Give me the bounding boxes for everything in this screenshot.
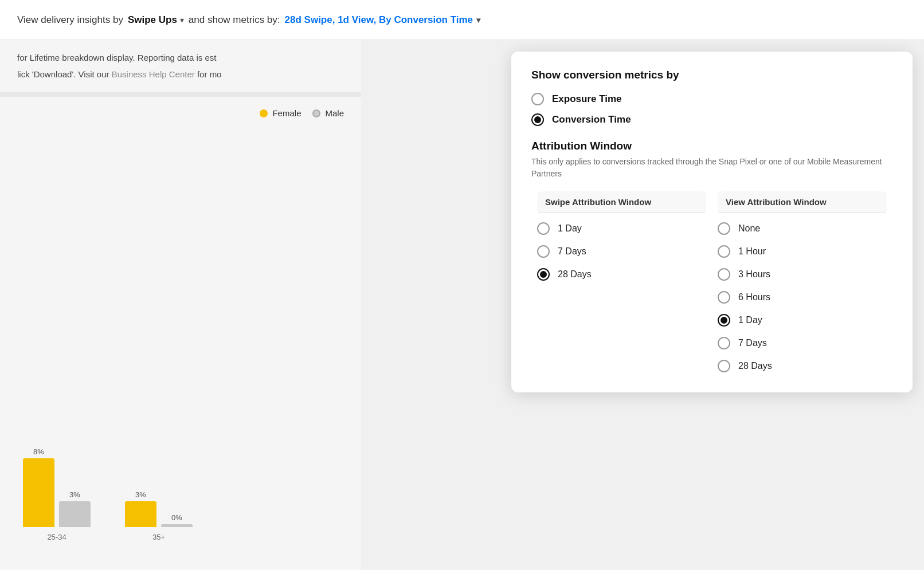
view-header: View Attribution Window xyxy=(718,191,887,213)
bar-male-35plus-wrap: 0% xyxy=(161,513,193,527)
view-1day-radio[interactable] xyxy=(718,314,730,327)
info-text-area: for Lifetime breakdown display. Reportin… xyxy=(0,40,361,92)
info-line2-suffix: for mo xyxy=(197,69,222,79)
metric-label: Swipe Ups xyxy=(128,14,177,26)
swipe-28days-option[interactable]: 28 Days xyxy=(537,268,706,281)
bar-group-25-34: 8% 3% 25-34 xyxy=(23,447,91,541)
conversion-time-label: Conversion Time xyxy=(552,114,631,125)
metric-chevron-icon: ▾ xyxy=(180,15,184,25)
bar-male-25-34 xyxy=(59,501,91,527)
female-dot-icon xyxy=(260,109,268,117)
view-28days-radio[interactable] xyxy=(718,360,730,372)
male-label: Male xyxy=(325,108,344,118)
conversion-time-radio[interactable] xyxy=(531,113,544,126)
view-7days-label: 7 Days xyxy=(738,338,767,348)
metrics-by-chevron-icon: ▾ xyxy=(476,15,480,25)
view-7days-radio[interactable] xyxy=(718,337,730,349)
exposure-time-option[interactable]: Exposure Time xyxy=(531,93,892,105)
info-line2-wrap: lick 'Download'. Visit our Business Help… xyxy=(17,68,344,81)
swipe-28days-radio-inner xyxy=(540,271,547,278)
female-pct-25-34: 8% xyxy=(33,447,44,456)
view-6hours-label: 6 Hours xyxy=(738,292,770,302)
view-options: None 1 Hour 3 Hours 6 Hours xyxy=(718,222,887,372)
group-label-35plus: 35+ xyxy=(152,533,165,541)
view-none-option[interactable]: None xyxy=(718,222,887,235)
bar-group-35plus: 3% 0% 35+ xyxy=(125,490,193,541)
legend-male: Male xyxy=(312,108,344,118)
group-label-25-34: 25-34 xyxy=(47,533,66,541)
view-none-radio[interactable] xyxy=(718,222,730,235)
bar-female-25-34 xyxy=(23,458,54,527)
conversion-time-option[interactable]: Conversion Time xyxy=(531,113,892,126)
female-label: Female xyxy=(272,108,301,118)
swipe-7days-radio[interactable] xyxy=(537,245,550,258)
topbar-prefix: View delivery insights by xyxy=(17,14,123,26)
view-1day-label: 1 Day xyxy=(738,315,762,325)
bar-chart: 8% 3% 25-34 3% 0% xyxy=(0,398,361,570)
bar-female-35plus xyxy=(125,501,156,527)
female-pct-35plus: 3% xyxy=(135,490,146,499)
exposure-time-label: Exposure Time xyxy=(552,93,622,105)
exposure-time-radio[interactable] xyxy=(531,93,544,105)
bar-male-35plus xyxy=(161,524,193,527)
conversion-metrics-panel: Show conversion metrics by Exposure Time… xyxy=(511,52,913,392)
view-6hours-radio[interactable] xyxy=(718,291,730,304)
bar-female-35plus-wrap: 3% xyxy=(125,490,156,527)
swipe-1day-label: 1 Day xyxy=(558,223,582,234)
info-line2-prefix: lick 'Download'. Visit our xyxy=(17,69,109,79)
top-bar: View delivery insights by Swipe Ups ▾ an… xyxy=(0,0,924,40)
bar-pair-35plus: 3% 0% xyxy=(125,490,193,527)
topbar-middle: and show metrics by: xyxy=(189,14,280,26)
business-help-link[interactable]: Business Help Center xyxy=(112,69,195,79)
swipe-28days-radio[interactable] xyxy=(537,268,550,281)
attribution-grid: Swipe Attribution Window 1 Day 7 Days 28… xyxy=(531,191,892,372)
view-col: View Attribution Window None 1 Hour 3 Ho… xyxy=(712,191,892,372)
view-1hour-option[interactable]: 1 Hour xyxy=(718,245,887,258)
attribution-title: Attribution Window xyxy=(531,140,892,152)
metrics-by-label: 28d Swipe, 1d View, By Conversion Time xyxy=(285,14,473,26)
view-1day-option[interactable]: 1 Day xyxy=(718,314,887,327)
panel-title: Show conversion metrics by xyxy=(531,69,892,81)
bar-pair-25-34: 8% 3% xyxy=(23,447,91,527)
bar-female-25-34-wrap: 8% xyxy=(23,447,54,527)
chart-legend: Female Male xyxy=(0,97,361,124)
view-28days-option[interactable]: 28 Days xyxy=(718,360,887,372)
view-3hours-label: 3 Hours xyxy=(738,269,770,280)
bar-male-25-34-wrap: 3% xyxy=(59,490,91,527)
swipe-1day-option[interactable]: 1 Day xyxy=(537,222,706,235)
background-content: for Lifetime breakdown display. Reportin… xyxy=(0,40,361,570)
view-7days-option[interactable]: 7 Days xyxy=(718,337,887,349)
conversion-metric-options: Exposure Time Conversion Time xyxy=(531,93,892,126)
male-dot-icon xyxy=(312,109,320,117)
swipe-1day-radio[interactable] xyxy=(537,222,550,235)
swipe-header: Swipe Attribution Window xyxy=(537,191,706,213)
view-1hour-radio[interactable] xyxy=(718,245,730,258)
swipe-28days-label: 28 Days xyxy=(558,269,592,280)
view-1day-radio-inner xyxy=(721,317,727,324)
conversion-time-radio-inner xyxy=(534,116,541,123)
swipe-col: Swipe Attribution Window 1 Day 7 Days 28… xyxy=(531,191,712,372)
info-line1: for Lifetime breakdown display. Reportin… xyxy=(17,52,344,65)
view-1hour-label: 1 Hour xyxy=(738,246,766,257)
metrics-by-dropdown[interactable]: 28d Swipe, 1d View, By Conversion Time ▾ xyxy=(285,14,480,26)
legend-female: Female xyxy=(260,108,301,118)
view-3hours-radio[interactable] xyxy=(718,268,730,281)
swipe-7days-option[interactable]: 7 Days xyxy=(537,245,706,258)
view-6hours-option[interactable]: 6 Hours xyxy=(718,291,887,304)
attribution-desc: This only applies to conversions tracked… xyxy=(531,156,892,180)
divider xyxy=(0,92,361,97)
male-pct-35plus: 0% xyxy=(171,513,182,522)
view-3hours-option[interactable]: 3 Hours xyxy=(718,268,887,281)
view-none-label: None xyxy=(738,223,760,234)
swipe-options: 1 Day 7 Days 28 Days xyxy=(537,222,706,281)
swipe-7days-label: 7 Days xyxy=(558,246,586,257)
metric-dropdown[interactable]: Swipe Ups ▾ xyxy=(128,14,184,26)
male-pct-25-34: 3% xyxy=(69,490,80,499)
view-28days-label: 28 Days xyxy=(738,361,772,371)
